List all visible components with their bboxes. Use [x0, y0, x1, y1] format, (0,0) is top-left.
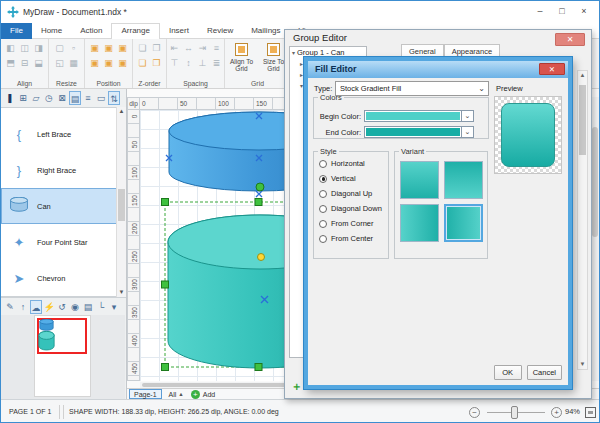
variant-swatch-2[interactable]: [444, 161, 483, 199]
align-right-icon[interactable]: ◨: [33, 42, 44, 55]
space-bottom-icon[interactable]: ⊥: [197, 57, 208, 70]
dialog-scrollbar[interactable]: ▲ ▼: [577, 70, 588, 370]
cancel-button[interactable]: Cancel: [527, 365, 562, 380]
tab-home[interactable]: Home: [32, 23, 71, 39]
scroll-down-icon[interactable]: ▼: [117, 288, 126, 297]
space-top-icon[interactable]: ⊤: [169, 57, 180, 70]
resize-grid-icon[interactable]: ▦: [68, 57, 79, 70]
new-library-icon[interactable]: ⊞: [17, 91, 29, 105]
radio-diagonal-down[interactable]: Diagonal Down: [314, 201, 388, 216]
scrollbar-thumb[interactable]: [579, 85, 586, 155]
freeform-tool-icon[interactable]: ☁: [30, 300, 42, 314]
radio-horizontal[interactable]: Horizontal: [314, 156, 388, 171]
pointer-tool-icon[interactable]: ↑: [17, 300, 29, 314]
rotation-handle[interactable]: [256, 183, 264, 191]
shape-list-scrollbar[interactable]: ▲ ▼: [116, 107, 126, 297]
tab-insert[interactable]: Insert: [160, 23, 198, 39]
add-page-button[interactable]: + Add: [191, 390, 215, 399]
scrollbar-thumb[interactable]: [118, 189, 125, 221]
scrollbar-thumb[interactable]: [142, 383, 292, 387]
radio-from-corner[interactable]: From Corner: [314, 216, 388, 231]
tab-mailings[interactable]: Mailings: [242, 23, 289, 39]
begin-color-select[interactable]: ⌄: [364, 110, 474, 122]
zoom-slider-thumb[interactable]: [511, 406, 518, 419]
space-left-icon[interactable]: ⇤: [169, 42, 180, 55]
rotate-tool-icon[interactable]: ↺: [56, 300, 68, 314]
align-left-icon[interactable]: ◧: [5, 42, 16, 55]
radio-from-center[interactable]: From Center: [314, 231, 388, 246]
tab-review[interactable]: Review: [198, 23, 242, 39]
library-icon[interactable]: ❚: [4, 91, 16, 105]
align-top-icon[interactable]: ⬒: [5, 57, 16, 70]
ok-button[interactable]: OK: [494, 365, 522, 380]
end-color-select[interactable]: ⌄: [364, 126, 474, 138]
position-top-center-icon[interactable]: ▣: [103, 42, 114, 55]
bring-to-front-icon[interactable]: ❏: [137, 42, 148, 55]
position-top-left-icon[interactable]: ▣: [89, 42, 100, 55]
radio-diagonal-up[interactable]: Diagonal Up: [314, 186, 388, 201]
position-bottom-center-icon[interactable]: ▣: [103, 57, 114, 70]
view-thumbnails-icon[interactable]: ▭: [95, 91, 107, 105]
zoom-out-button[interactable]: −: [469, 407, 480, 418]
position-top-right-icon[interactable]: ▣: [117, 42, 128, 55]
align-center-icon[interactable]: ◫: [19, 42, 30, 55]
maximize-button[interactable]: □: [551, 1, 573, 21]
close-button[interactable]: ×: [573, 1, 595, 21]
variant-swatch-3[interactable]: [400, 204, 439, 242]
page-tab[interactable]: Page-1: [129, 389, 162, 399]
variant-swatch-4[interactable]: [444, 204, 483, 242]
comment-tool-icon[interactable]: ◉: [69, 300, 81, 314]
position-bottom-right-icon[interactable]: ▣: [117, 57, 128, 70]
list-item-right-brace[interactable]: }Right Brace: [1, 152, 126, 188]
tab-action[interactable]: Action: [71, 23, 111, 39]
connector-tool-icon[interactable]: └: [95, 300, 107, 314]
scroll-up-icon[interactable]: ▲: [117, 107, 126, 116]
send-to-back-icon[interactable]: ❐: [151, 42, 162, 55]
fill-editor-close-button[interactable]: ✕: [539, 63, 565, 75]
bring-forward-icon[interactable]: ❏: [137, 57, 148, 70]
fit-to-window-icon[interactable]: [585, 407, 596, 418]
align-to-grid-button[interactable]: Align To Grid: [227, 42, 256, 73]
scrollbar-thumb[interactable]: [592, 127, 598, 237]
minimize-button[interactable]: –: [529, 1, 551, 21]
pages-dropdown[interactable]: All ▲: [169, 391, 184, 398]
shape-control-point[interactable]: [258, 254, 265, 261]
recent-shapes-icon[interactable]: ◷: [43, 91, 55, 105]
space-vertical-equal-icon[interactable]: ↕: [183, 57, 194, 70]
zoom-in-button[interactable]: +: [551, 407, 562, 418]
scroll-down-icon[interactable]: ▼: [578, 360, 587, 369]
align-bottom-icon[interactable]: ⬓: [33, 57, 44, 70]
list-item-chevron[interactable]: ➤Chevron: [1, 260, 126, 296]
scroll-up-icon[interactable]: ▲: [578, 71, 587, 80]
list-item-can[interactable]: Can: [1, 188, 126, 224]
resize-height-icon[interactable]: ▫: [68, 42, 79, 55]
space-horizontal-remove-icon[interactable]: ≡: [211, 42, 222, 55]
tab-file[interactable]: File: [1, 23, 32, 39]
tab-appearance[interactable]: Appearance: [444, 44, 500, 58]
resize-width-icon[interactable]: ▢: [54, 42, 65, 55]
open-library-icon[interactable]: ▱: [30, 91, 42, 105]
quick-effects-icon[interactable]: ⚡: [43, 300, 55, 314]
view-list-icon[interactable]: ≡: [82, 91, 94, 105]
align-middle-icon[interactable]: ⊟: [19, 57, 30, 70]
add-shape-button[interactable]: ＋: [291, 381, 302, 392]
tab-arrange[interactable]: Arrange: [111, 23, 159, 40]
variant-swatch-1[interactable]: [400, 161, 439, 199]
group-editor-close-button[interactable]: ✕: [555, 33, 585, 46]
sort-shapes-icon[interactable]: ⇅: [108, 91, 120, 105]
more-tools-icon[interactable]: ▾: [108, 300, 120, 314]
page-thumbnail[interactable]: [34, 315, 91, 397]
list-item-four-point-star[interactable]: ✦Four Point Star: [1, 224, 126, 260]
space-horizontal-equal-icon[interactable]: ↔: [183, 42, 194, 55]
radio-vertical[interactable]: Vertical: [314, 171, 388, 186]
remove-library-icon[interactable]: ⊠: [56, 91, 68, 105]
list-item-left-brace[interactable]: {Left Brace: [1, 116, 126, 152]
send-backward-icon[interactable]: ❐: [151, 57, 162, 70]
space-vertical-remove-icon[interactable]: ≣: [211, 57, 222, 70]
space-right-icon[interactable]: ⇥: [197, 42, 208, 55]
edit-geometry-icon[interactable]: ✎: [4, 300, 16, 314]
view-details-icon[interactable]: ▤: [69, 91, 81, 105]
tab-general[interactable]: General: [401, 44, 444, 58]
position-bottom-left-icon[interactable]: ▣: [89, 57, 100, 70]
size-to-content-icon[interactable]: ◱: [54, 57, 65, 70]
